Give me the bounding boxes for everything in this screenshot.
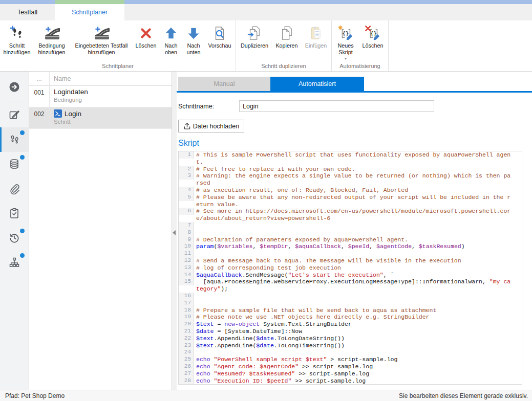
code-line[interactable]: 23$text.AppendLine($date.ToLongTimeStrin… [179,342,522,349]
sidebar-item-data[interactable] [0,152,29,176]
add-step-button[interactable]: Schritt hinzufügen [1,23,33,56]
panel-splitter[interactable] [172,72,177,390]
line-number: 26 [179,363,194,370]
code-text: # Send a message back to aqua. The messa… [194,257,514,264]
column-header-name: Name [50,75,71,82]
delete-step-button[interactable]: Löschen [132,23,160,49]
code-line[interactable]: 1# This is sample PowerShell script that… [179,151,522,166]
chevron-down-icon[interactable]: ▼ [344,57,348,60]
tab-schrittplaner[interactable]: Schrittplaner [55,4,124,20]
data-badge [20,155,25,160]
code-line[interactable]: 6# See more in https://docs.microsoft.co… [179,208,522,222]
sidebar-item-attachments[interactable] [0,176,29,201]
sidebar [0,72,29,390]
step-list-header: ... Name [29,72,172,86]
script-editor[interactable]: 1# This is sample PowerShell script that… [178,151,522,385]
line-number: 5 [179,194,194,201]
code-text [194,250,514,257]
collapse-arrow-icon[interactable] [173,230,176,235]
footprints-icon [8,133,20,146]
code-line[interactable]: 15 [aqua.ProcessEngine.WebServiceProxy.E… [179,278,522,293]
line-number: 18 [179,307,194,314]
duplicate-button[interactable]: Duplizieren [237,23,272,49]
tab-manual[interactable]: Manual [178,77,270,91]
step-row-002[interactable]: 002 Login Schritt [29,107,172,129]
code-line[interactable]: 24 [179,349,522,356]
code-line[interactable]: 12# Send a message back to aqua. The mes… [179,257,522,264]
code-line[interactable]: 22$text.AppendLine($date.ToLongDateStrin… [179,335,522,342]
code-text [194,293,514,300]
tab-automatisiert[interactable]: Automatisiert [270,77,364,91]
code-line[interactable]: 20$text = new-object System.Text.StringB… [179,321,522,328]
sidebar-item-tasks[interactable] [0,201,29,226]
code-text: # Declaration of parameters exposed by a… [194,236,514,243]
new-script-button[interactable]: {} Neues Skript ▼ [333,23,358,60]
code-line[interactable]: 27echo "Resumed? $taskResumed" >> script… [179,370,522,377]
step-row-001[interactable]: 001 Logindaten Bedingung [29,86,172,107]
sidebar-item-hierarchy[interactable] [0,250,29,275]
step-name-input[interactable] [239,100,434,112]
add-embedded-testcase-button[interactable]: Eingebetteten Testfall hinzufügen [71,23,132,56]
code-line[interactable]: 3# Warning: the engine expects a single … [179,172,522,187]
code-line[interactable]: 5# Please be aware that any non-redirect… [179,194,522,208]
clipboard-check-icon [8,207,20,219]
code-text: echo "PowerShell sample script $text" > … [194,356,514,363]
code-line[interactable]: 18# Prepare a sample file that will be s… [179,307,522,314]
code-line[interactable]: 16 [179,293,522,300]
code-line[interactable]: 4# as execution result, one of: Ready, B… [179,187,522,194]
group-label-automatisierung: Automatisierung [333,63,387,71]
tab-testfall[interactable]: Testfall [0,4,55,20]
line-number: 6 [179,208,194,215]
move-down-button[interactable]: Nach unten [182,23,205,56]
edit-pencil-icon [8,109,20,121]
sidebar-item-steps[interactable] [0,127,29,152]
code-line[interactable]: 9# Declaration of parameters exposed by … [179,236,522,243]
copy-button[interactable]: Kopieren [272,23,302,49]
code-text: # Prepare a sample file that will be sen… [194,307,514,314]
add-embedded-testcase-label: Eingebetteten Testfall hinzufügen [71,42,132,56]
code-line[interactable]: 11 [179,250,522,257]
code-line[interactable]: 7 [179,222,522,229]
delete-x-icon [138,24,154,42]
main-area: ... Name 001 Logindaten Bedingung 002 [0,72,532,390]
code-line[interactable]: 17 [179,300,522,307]
sidebar-item-history[interactable] [0,226,29,250]
arrow-up-icon [163,24,179,42]
line-number: 12 [179,257,194,264]
hierarchy-badge [20,253,25,258]
code-line[interactable]: 13# log of corresponding test job execut… [179,264,522,272]
copy-documents-icon [279,24,294,42]
sidebar-item-edit[interactable] [0,103,29,127]
code-line[interactable]: 25echo "PowerShell sample script $text" … [179,356,522,363]
code-line[interactable]: 2# Feel free to replace it with your own… [179,166,522,173]
move-up-button[interactable]: Nach oben [160,23,182,56]
code-line[interactable]: 8 [179,229,522,236]
line-number: 27 [179,370,194,377]
step-title: Login [65,110,81,118]
delete-script-button[interactable]: {} Löschen [358,23,387,49]
powershell-icon [54,109,62,118]
add-condition-button[interactable]: Bedingung hinzufügen [33,23,71,56]
group-label-schrittplaner: Schrittplaner [1,63,235,71]
status-bar: Pfad: Pet Shop Demo Sie bearbeiten diese… [0,390,532,401]
detail-panel: Manual Automatisiert Schrittname: Datei … [177,72,532,390]
code-text: $text.AppendLine($date.ToLongTimeString(… [194,342,514,349]
code-line[interactable]: 14$aquaCallback.SendMessage("Let's start… [179,272,522,279]
code-line[interactable]: 26echo "Agent code: $agentCode" >> scrip… [179,363,522,370]
sidebar-item-navigate[interactable] [0,75,29,99]
code-text: $date = [System.DateTime]::Now [194,328,514,335]
code-line[interactable]: 21$date = [System.DateTime]::Now [179,328,522,335]
code-line[interactable]: 19# Please note we use .NET objects here… [179,314,522,321]
step-list: ... Name 001 Logindaten Bedingung 002 [29,72,172,390]
code-text [194,300,514,307]
code-text [194,222,514,229]
code-line[interactable]: 28echo "Execution ID: $peeId" >> script-… [179,377,522,385]
code-line[interactable]: 10param($variables, $tempDir, $aquaCallb… [179,243,522,250]
line-number: 2 [179,166,194,173]
column-header-menu[interactable]: ... [29,72,50,85]
paperclip-icon [8,183,20,195]
preview-button[interactable]: Vorschau [205,23,235,49]
upload-file-button[interactable]: Datei hochladen [178,120,244,132]
line-number: 23 [179,342,194,349]
duplicate-documents-icon [247,24,262,42]
